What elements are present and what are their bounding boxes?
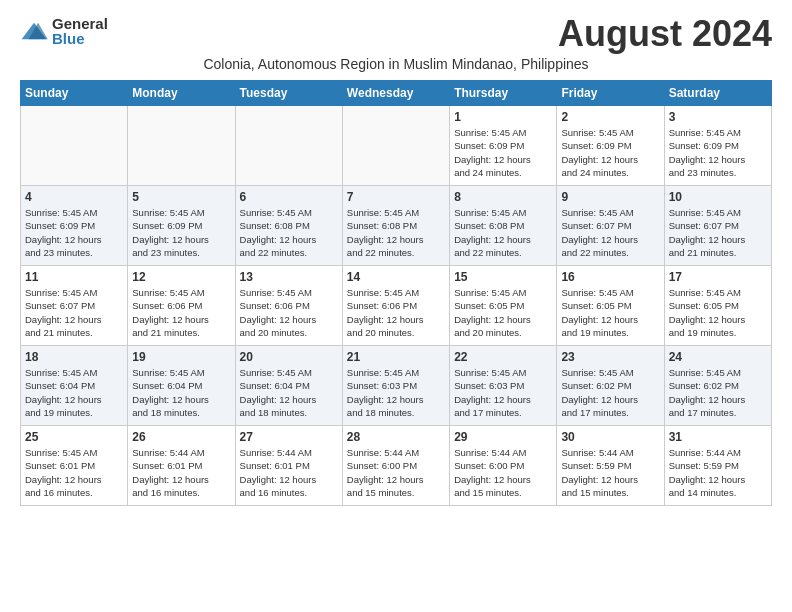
calendar-cell: 7Sunrise: 5:45 AM Sunset: 6:08 PM Daylig…	[342, 186, 449, 266]
day-info: Sunrise: 5:45 AM Sunset: 6:07 PM Dayligh…	[561, 206, 659, 259]
calendar-week-row: 11Sunrise: 5:45 AM Sunset: 6:07 PM Dayli…	[21, 266, 772, 346]
calendar-cell: 9Sunrise: 5:45 AM Sunset: 6:07 PM Daylig…	[557, 186, 664, 266]
day-info: Sunrise: 5:45 AM Sunset: 6:08 PM Dayligh…	[240, 206, 338, 259]
calendar-cell: 4Sunrise: 5:45 AM Sunset: 6:09 PM Daylig…	[21, 186, 128, 266]
weekday-header-tuesday: Tuesday	[235, 81, 342, 106]
day-number: 31	[669, 430, 767, 444]
weekday-header-friday: Friday	[557, 81, 664, 106]
logo-icon	[20, 20, 48, 42]
calendar-cell	[235, 106, 342, 186]
calendar-cell: 11Sunrise: 5:45 AM Sunset: 6:07 PM Dayli…	[21, 266, 128, 346]
day-info: Sunrise: 5:45 AM Sunset: 6:08 PM Dayligh…	[347, 206, 445, 259]
day-number: 8	[454, 190, 552, 204]
day-number: 13	[240, 270, 338, 284]
calendar-cell: 15Sunrise: 5:45 AM Sunset: 6:05 PM Dayli…	[450, 266, 557, 346]
day-info: Sunrise: 5:45 AM Sunset: 6:06 PM Dayligh…	[132, 286, 230, 339]
day-number: 22	[454, 350, 552, 364]
day-number: 2	[561, 110, 659, 124]
logo-blue: Blue	[52, 31, 108, 46]
weekday-header-saturday: Saturday	[664, 81, 771, 106]
day-number: 29	[454, 430, 552, 444]
calendar-cell: 26Sunrise: 5:44 AM Sunset: 6:01 PM Dayli…	[128, 426, 235, 506]
day-info: Sunrise: 5:45 AM Sunset: 6:09 PM Dayligh…	[132, 206, 230, 259]
weekday-header-monday: Monday	[128, 81, 235, 106]
day-info: Sunrise: 5:45 AM Sunset: 6:06 PM Dayligh…	[240, 286, 338, 339]
day-number: 21	[347, 350, 445, 364]
calendar-cell: 20Sunrise: 5:45 AM Sunset: 6:04 PM Dayli…	[235, 346, 342, 426]
logo-text: General Blue	[52, 16, 108, 46]
day-info: Sunrise: 5:45 AM Sunset: 6:05 PM Dayligh…	[669, 286, 767, 339]
calendar-cell: 19Sunrise: 5:45 AM Sunset: 6:04 PM Dayli…	[128, 346, 235, 426]
day-number: 18	[25, 350, 123, 364]
day-info: Sunrise: 5:44 AM Sunset: 6:00 PM Dayligh…	[454, 446, 552, 499]
calendar-cell: 18Sunrise: 5:45 AM Sunset: 6:04 PM Dayli…	[21, 346, 128, 426]
day-number: 9	[561, 190, 659, 204]
calendar-cell: 6Sunrise: 5:45 AM Sunset: 6:08 PM Daylig…	[235, 186, 342, 266]
calendar-cell	[342, 106, 449, 186]
day-info: Sunrise: 5:45 AM Sunset: 6:09 PM Dayligh…	[454, 126, 552, 179]
day-info: Sunrise: 5:44 AM Sunset: 6:00 PM Dayligh…	[347, 446, 445, 499]
day-info: Sunrise: 5:45 AM Sunset: 6:03 PM Dayligh…	[454, 366, 552, 419]
day-info: Sunrise: 5:45 AM Sunset: 6:09 PM Dayligh…	[669, 126, 767, 179]
calendar-cell: 27Sunrise: 5:44 AM Sunset: 6:01 PM Dayli…	[235, 426, 342, 506]
day-info: Sunrise: 5:45 AM Sunset: 6:07 PM Dayligh…	[669, 206, 767, 259]
day-number: 6	[240, 190, 338, 204]
calendar-cell: 3Sunrise: 5:45 AM Sunset: 6:09 PM Daylig…	[664, 106, 771, 186]
calendar-cell: 29Sunrise: 5:44 AM Sunset: 6:00 PM Dayli…	[450, 426, 557, 506]
calendar-body: 1Sunrise: 5:45 AM Sunset: 6:09 PM Daylig…	[21, 106, 772, 506]
weekday-header-sunday: Sunday	[21, 81, 128, 106]
day-number: 7	[347, 190, 445, 204]
subtitle: Colonia, Autonomous Region in Muslim Min…	[20, 56, 772, 72]
calendar-cell	[21, 106, 128, 186]
day-info: Sunrise: 5:44 AM Sunset: 6:01 PM Dayligh…	[240, 446, 338, 499]
calendar-week-row: 18Sunrise: 5:45 AM Sunset: 6:04 PM Dayli…	[21, 346, 772, 426]
calendar-cell: 14Sunrise: 5:45 AM Sunset: 6:06 PM Dayli…	[342, 266, 449, 346]
day-number: 24	[669, 350, 767, 364]
day-number: 5	[132, 190, 230, 204]
calendar-cell: 30Sunrise: 5:44 AM Sunset: 5:59 PM Dayli…	[557, 426, 664, 506]
day-number: 25	[25, 430, 123, 444]
calendar-table: SundayMondayTuesdayWednesdayThursdayFrid…	[20, 80, 772, 506]
calendar-cell: 24Sunrise: 5:45 AM Sunset: 6:02 PM Dayli…	[664, 346, 771, 426]
header: General Blue August 2024	[20, 16, 772, 52]
calendar-cell: 12Sunrise: 5:45 AM Sunset: 6:06 PM Dayli…	[128, 266, 235, 346]
day-info: Sunrise: 5:45 AM Sunset: 6:02 PM Dayligh…	[561, 366, 659, 419]
calendar-cell: 2Sunrise: 5:45 AM Sunset: 6:09 PM Daylig…	[557, 106, 664, 186]
day-number: 19	[132, 350, 230, 364]
day-info: Sunrise: 5:45 AM Sunset: 6:07 PM Dayligh…	[25, 286, 123, 339]
day-info: Sunrise: 5:45 AM Sunset: 6:05 PM Dayligh…	[454, 286, 552, 339]
calendar-cell: 16Sunrise: 5:45 AM Sunset: 6:05 PM Dayli…	[557, 266, 664, 346]
day-info: Sunrise: 5:45 AM Sunset: 6:04 PM Dayligh…	[240, 366, 338, 419]
day-number: 1	[454, 110, 552, 124]
day-number: 26	[132, 430, 230, 444]
logo: General Blue	[20, 16, 108, 46]
day-number: 30	[561, 430, 659, 444]
day-number: 17	[669, 270, 767, 284]
month-title: August 2024	[558, 16, 772, 52]
calendar-cell: 31Sunrise: 5:44 AM Sunset: 5:59 PM Dayli…	[664, 426, 771, 506]
day-number: 15	[454, 270, 552, 284]
day-info: Sunrise: 5:45 AM Sunset: 6:04 PM Dayligh…	[25, 366, 123, 419]
weekday-header-row: SundayMondayTuesdayWednesdayThursdayFrid…	[21, 81, 772, 106]
day-number: 23	[561, 350, 659, 364]
weekday-header-thursday: Thursday	[450, 81, 557, 106]
day-info: Sunrise: 5:44 AM Sunset: 6:01 PM Dayligh…	[132, 446, 230, 499]
calendar-cell: 23Sunrise: 5:45 AM Sunset: 6:02 PM Dayli…	[557, 346, 664, 426]
calendar-week-row: 25Sunrise: 5:45 AM Sunset: 6:01 PM Dayli…	[21, 426, 772, 506]
calendar-cell: 25Sunrise: 5:45 AM Sunset: 6:01 PM Dayli…	[21, 426, 128, 506]
day-info: Sunrise: 5:45 AM Sunset: 6:09 PM Dayligh…	[25, 206, 123, 259]
calendar-week-row: 1Sunrise: 5:45 AM Sunset: 6:09 PM Daylig…	[21, 106, 772, 186]
calendar-cell	[128, 106, 235, 186]
day-number: 11	[25, 270, 123, 284]
calendar-cell: 17Sunrise: 5:45 AM Sunset: 6:05 PM Dayli…	[664, 266, 771, 346]
weekday-header-wednesday: Wednesday	[342, 81, 449, 106]
calendar-cell: 1Sunrise: 5:45 AM Sunset: 6:09 PM Daylig…	[450, 106, 557, 186]
day-number: 14	[347, 270, 445, 284]
day-info: Sunrise: 5:45 AM Sunset: 6:05 PM Dayligh…	[561, 286, 659, 339]
day-info: Sunrise: 5:45 AM Sunset: 6:04 PM Dayligh…	[132, 366, 230, 419]
day-number: 3	[669, 110, 767, 124]
day-info: Sunrise: 5:44 AM Sunset: 5:59 PM Dayligh…	[561, 446, 659, 499]
logo-general: General	[52, 16, 108, 31]
calendar-cell: 21Sunrise: 5:45 AM Sunset: 6:03 PM Dayli…	[342, 346, 449, 426]
calendar-week-row: 4Sunrise: 5:45 AM Sunset: 6:09 PM Daylig…	[21, 186, 772, 266]
